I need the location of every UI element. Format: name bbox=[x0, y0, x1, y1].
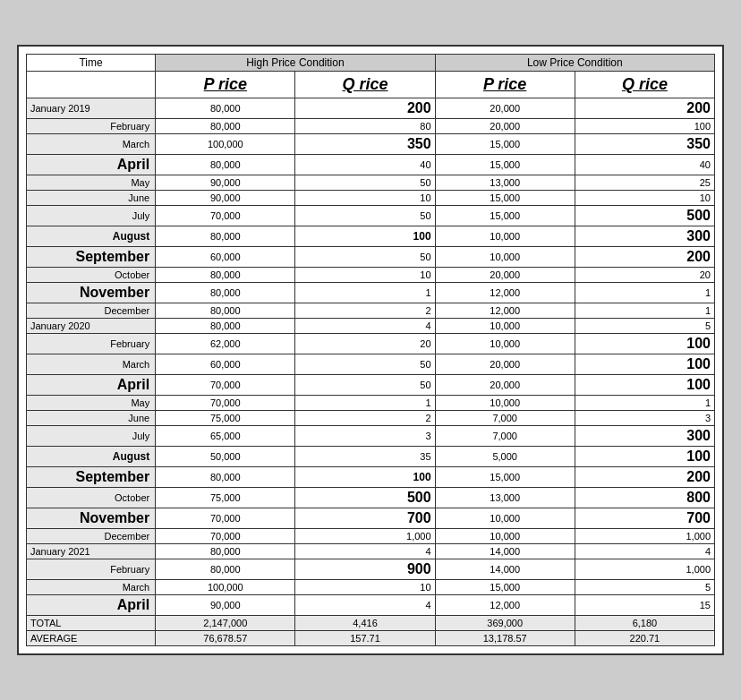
table-row: July65,00037,000300 bbox=[27, 426, 715, 447]
hq-cell: 50 bbox=[295, 206, 435, 226]
time-cell: November bbox=[27, 508, 156, 529]
lq-cell: 700 bbox=[575, 508, 714, 529]
lq-cell: 500 bbox=[575, 206, 714, 226]
main-container: Time High Price Condition Low Price Cond… bbox=[17, 45, 724, 655]
lq-cell: 300 bbox=[575, 426, 714, 447]
data-table: Time High Price Condition Low Price Cond… bbox=[26, 54, 715, 646]
lq-cell: 15 bbox=[575, 595, 714, 616]
table-row: January 202180,000414,0004 bbox=[27, 544, 715, 559]
lp-cell: 7,000 bbox=[435, 426, 575, 447]
table-row: April90,000412,00015 bbox=[27, 595, 715, 616]
table-row: December80,000212,0001 bbox=[27, 303, 715, 319]
hq-cell: 50 bbox=[295, 354, 435, 375]
hq-cell: 100 bbox=[295, 467, 435, 488]
time-cell: April bbox=[27, 595, 156, 616]
hp-cell: 80,000 bbox=[156, 544, 295, 559]
lp-cell: 10,000 bbox=[435, 529, 575, 544]
lq-cell: 350 bbox=[575, 134, 714, 155]
hq-cell: 3 bbox=[295, 426, 435, 447]
time-cell: December bbox=[27, 529, 156, 544]
time-cell: December bbox=[27, 303, 156, 319]
time-cell: June bbox=[27, 191, 156, 206]
lp-cell: 10,000 bbox=[435, 334, 575, 354]
header-top-row: Time High Price Condition Low Price Cond… bbox=[27, 55, 715, 72]
lp-cell: 15,000 bbox=[435, 191, 575, 206]
table-row: August80,00010010,000300 bbox=[27, 226, 715, 247]
lq-cell: 200 bbox=[575, 247, 714, 268]
lp-cell: 12,000 bbox=[435, 595, 575, 616]
lq-cell: 1 bbox=[575, 396, 714, 411]
table-row: May70,000110,0001 bbox=[27, 396, 715, 411]
lp-cell: 15,000 bbox=[435, 580, 575, 595]
lp-cell: 20,000 bbox=[435, 268, 575, 283]
hp-cell: 90,000 bbox=[156, 175, 295, 191]
hp-cell: 80,000 bbox=[156, 559, 295, 580]
hq-cell: 2 bbox=[295, 411, 435, 426]
high-price-header: High Price Condition bbox=[156, 55, 435, 72]
table-row: October80,0001020,00020 bbox=[27, 268, 715, 283]
lp-cell: 15,000 bbox=[435, 155, 575, 175]
hp-cell: 70,000 bbox=[156, 375, 295, 396]
hp-cell: 70,000 bbox=[156, 396, 295, 411]
hp-cell: 70,000 bbox=[156, 206, 295, 226]
hp-cell: 80,000 bbox=[156, 283, 295, 303]
hp-cell: 80,000 bbox=[156, 268, 295, 283]
time-cell: March bbox=[27, 354, 156, 375]
lp-cell: 14,000 bbox=[435, 544, 575, 559]
time-cell: May bbox=[27, 396, 156, 411]
table-row: July70,0005015,000500 bbox=[27, 206, 715, 226]
table-row: March60,0005020,000100 bbox=[27, 354, 715, 375]
lp-cell: 20,000 bbox=[435, 354, 575, 375]
lq-cell: 200 bbox=[575, 467, 714, 488]
lp-cell: 20,000 bbox=[435, 119, 575, 134]
lp-cell: 10,000 bbox=[435, 226, 575, 247]
lp-cell: 15,000 bbox=[435, 206, 575, 226]
avg-hq: 157.71 bbox=[295, 631, 435, 646]
lq-cell: 40 bbox=[575, 155, 714, 175]
lq-cell: 100 bbox=[575, 119, 714, 134]
hp-sub-header: P rice bbox=[156, 72, 295, 98]
hq-cell: 4 bbox=[295, 544, 435, 559]
time-cell: March bbox=[27, 134, 156, 155]
lq-cell: 800 bbox=[575, 488, 714, 508]
lq-cell: 1,000 bbox=[575, 559, 714, 580]
hp-cell: 70,000 bbox=[156, 508, 295, 529]
hq-cell: 200 bbox=[295, 98, 435, 119]
low-price-header: Low Price Condition bbox=[435, 55, 714, 72]
table-row: June75,00027,0003 bbox=[27, 411, 715, 426]
table-row: September80,00010015,000200 bbox=[27, 467, 715, 488]
lp-cell: 10,000 bbox=[435, 508, 575, 529]
table-row: October75,00050013,000800 bbox=[27, 488, 715, 508]
table-row: December70,0001,00010,0001,000 bbox=[27, 529, 715, 544]
hp-cell: 65,000 bbox=[156, 426, 295, 447]
lp-sub-header: P rice bbox=[435, 72, 575, 98]
hq-cell: 4 bbox=[295, 319, 435, 334]
hp-cell: 80,000 bbox=[156, 155, 295, 175]
hp-cell: 90,000 bbox=[156, 191, 295, 206]
table-row: April80,0004015,00040 bbox=[27, 155, 715, 175]
table-row: March100,0001015,0005 bbox=[27, 580, 715, 595]
hq-cell: 40 bbox=[295, 155, 435, 175]
time-cell: May bbox=[27, 175, 156, 191]
total-hp: 2,147,000 bbox=[156, 616, 295, 631]
time-cell: February bbox=[27, 334, 156, 354]
lq-cell: 1 bbox=[575, 283, 714, 303]
hq-cell: 1,000 bbox=[295, 529, 435, 544]
table-row: February80,00090014,0001,000 bbox=[27, 559, 715, 580]
table-row: January 201980,00020020,000200 bbox=[27, 98, 715, 119]
hp-cell: 50,000 bbox=[156, 447, 295, 467]
time-cell: February bbox=[27, 119, 156, 134]
lp-cell: 13,000 bbox=[435, 488, 575, 508]
hq-cell: 900 bbox=[295, 559, 435, 580]
table-row: August50,000355,000100 bbox=[27, 447, 715, 467]
lp-cell: 14,000 bbox=[435, 559, 575, 580]
hq-cell: 10 bbox=[295, 580, 435, 595]
lq-cell: 5 bbox=[575, 319, 714, 334]
table-row: May90,0005013,00025 bbox=[27, 175, 715, 191]
time-cell: April bbox=[27, 155, 156, 175]
lp-cell: 20,000 bbox=[435, 375, 575, 396]
hp-cell: 70,000 bbox=[156, 529, 295, 544]
avg-lp: 13,178.57 bbox=[435, 631, 575, 646]
time-cell: October bbox=[27, 268, 156, 283]
lp-cell: 10,000 bbox=[435, 247, 575, 268]
